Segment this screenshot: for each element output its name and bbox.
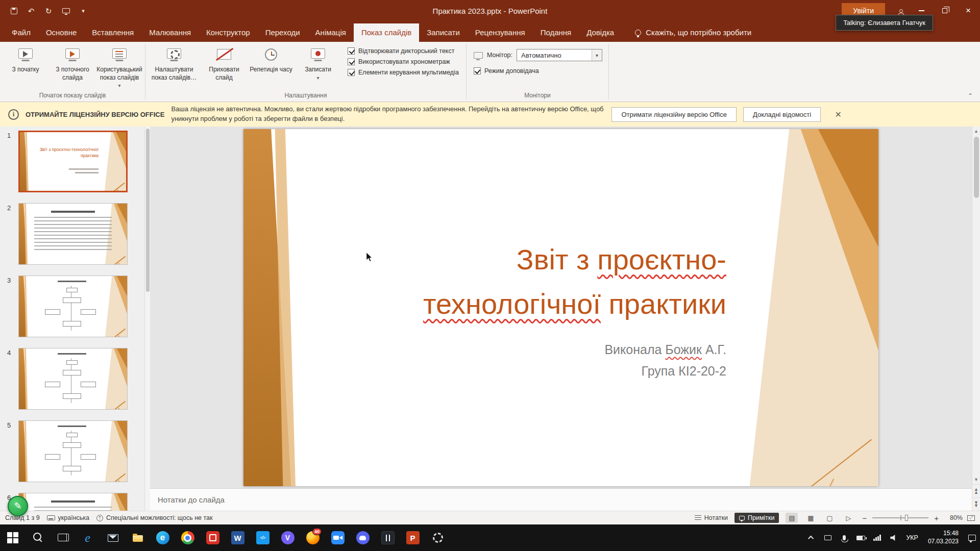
reading-view-icon[interactable]: ▢: [823, 513, 836, 523]
slideshow-view-icon[interactable]: ▷: [842, 513, 854, 523]
learn-more-button[interactable]: Докладні відомості: [743, 107, 821, 122]
checkbox-play-narrations[interactable]: Відтворювати дикторський текст: [348, 47, 459, 55]
restore-button[interactable]: [933, 0, 957, 21]
taskbar-app[interactable]: e: [75, 524, 100, 551]
tab-slideshow[interactable]: Показ слайдів: [354, 23, 419, 42]
zoom-in-icon[interactable]: +: [933, 514, 940, 522]
tab-draw[interactable]: Малювання: [141, 23, 199, 42]
volume-icon[interactable]: [885, 524, 901, 551]
display-icon[interactable]: [820, 524, 836, 551]
slide-scrollbar[interactable]: ▲ ▼ ▲▲ ▼▼: [972, 127, 980, 511]
tab-record[interactable]: Записати: [419, 23, 468, 42]
undo-icon[interactable]: ↶: [27, 6, 36, 15]
taskbar-app[interactable]: 40: [300, 524, 325, 551]
slide-thumbnail[interactable]: 1 Звіт з проєктно-технологічної практики: [4, 131, 144, 192]
taskbar-app[interactable]: W: [225, 524, 250, 551]
tab-view[interactable]: Подання: [533, 23, 579, 42]
thumbnail-scrollbar[interactable]: [145, 127, 150, 511]
tab-animations[interactable]: Анімація: [308, 23, 354, 42]
slide-thumbnail[interactable]: 5: [4, 420, 144, 482]
slide-area: Звіт з проєктно-технологічної практики В…: [150, 127, 972, 488]
taskbar-app[interactable]: e: [150, 524, 175, 551]
fit-to-window-icon[interactable]: ⤢: [967, 515, 975, 521]
comments-toggle-button[interactable]: Примітки: [734, 513, 779, 523]
slide-thumbnail[interactable]: 4: [4, 348, 144, 410]
start-slideshow-icon[interactable]: [61, 6, 70, 15]
normal-view-icon[interactable]: ▤: [786, 513, 798, 523]
taskbar-app[interactable]: [175, 524, 200, 551]
slide-sorter-icon[interactable]: ▦: [804, 513, 817, 523]
accessibility-checker[interactable]: Спеціальні можливості: щось не так: [96, 514, 212, 521]
taskbar-app[interactable]: [200, 524, 225, 551]
taskbar-app[interactable]: [50, 524, 75, 551]
taskbar-app[interactable]: [350, 524, 375, 551]
tab-transitions[interactable]: Переходи: [258, 23, 308, 42]
hide-slide-button[interactable]: Приховати слайд: [201, 43, 248, 83]
taskbar-app[interactable]: [425, 524, 450, 551]
from-beginning-button[interactable]: З початку: [2, 43, 49, 76]
monitor-dropdown[interactable]: Автоматично ▾: [517, 49, 602, 61]
tab-design[interactable]: Конструктор: [199, 23, 258, 42]
redo-icon[interactable]: ↻: [44, 6, 53, 15]
zoom-level[interactable]: 80%: [944, 514, 963, 521]
close-warning-icon[interactable]: ✕: [830, 110, 846, 119]
save-icon[interactable]: [9, 6, 18, 15]
tab-help[interactable]: Довідка: [579, 23, 622, 42]
annotation-pen-button[interactable]: ✎: [8, 496, 28, 516]
language-selector[interactable]: українська: [47, 514, 89, 521]
previous-slide-button[interactable]: ▲▲: [972, 484, 980, 497]
scroll-down-icon[interactable]: ▼: [972, 475, 980, 484]
slide-thumbnail[interactable]: 3: [4, 276, 144, 337]
custom-slideshow-button[interactable]: Користувацький показ слайдів: [96, 43, 143, 90]
taskbar-app[interactable]: [125, 524, 150, 551]
close-button[interactable]: ×: [957, 0, 980, 21]
chevron-down-icon[interactable]: ▾: [592, 49, 602, 61]
taskbar-app[interactable]: [25, 524, 50, 551]
setup-slideshow-button[interactable]: Налаштувати показ слайдів…: [148, 43, 201, 83]
scrollbar-thumb[interactable]: [974, 137, 979, 198]
get-genuine-office-button[interactable]: Отримати ліцензійну версію Office: [611, 107, 737, 122]
customize-qat-icon[interactable]: ▾: [79, 6, 88, 15]
checkbox-presenter-view[interactable]: Режим доповідача: [474, 67, 539, 74]
ribbon: З початку З поточного слайда Користуваць…: [0, 42, 980, 102]
taskbar-app[interactable]: V: [275, 524, 300, 551]
microphone-icon[interactable]: [836, 524, 852, 551]
network-icon[interactable]: [869, 524, 885, 551]
next-slide-button[interactable]: ▼▼: [972, 497, 980, 511]
clock[interactable]: 15:48 07.03.2023: [923, 524, 964, 551]
slide-thumbnail[interactable]: 2: [4, 203, 144, 265]
zoom-out-icon[interactable]: −: [861, 514, 868, 522]
tab-insert[interactable]: Вставлення: [84, 23, 141, 42]
taskbar-app[interactable]: [325, 524, 350, 551]
collapse-ribbon-icon[interactable]: ⌃: [968, 92, 973, 99]
status-bar: Слайд 1 з 9 українська Спеціальні можлив…: [0, 511, 980, 524]
battery-icon[interactable]: [852, 524, 869, 551]
taskbar-app[interactable]: [375, 524, 400, 551]
notes-pane[interactable]: Нотатки до слайда: [150, 488, 972, 511]
notes-toggle-button[interactable]: Нотатки: [695, 514, 728, 521]
monitor-list-icon: [110, 47, 129, 63]
slide-subtitle[interactable]: Виконала Божик А.Г.Група КІ2-20-2: [423, 339, 726, 382]
taskbar-app[interactable]: P: [400, 524, 425, 551]
input-language[interactable]: УКР: [901, 524, 923, 551]
rehearse-timings-button[interactable]: Репетиція часу: [248, 43, 295, 76]
taskbar-app[interactable]: [0, 524, 25, 551]
tab-review[interactable]: Рецензування: [468, 23, 533, 42]
tell-me-box[interactable]: Скажіть, що потрібно зробити: [635, 28, 751, 42]
tab-file[interactable]: Файл: [4, 23, 38, 42]
taskbar-app[interactable]: [100, 524, 125, 551]
checkbox-show-media-controls[interactable]: Елементи керування мультимедіа: [348, 69, 459, 76]
action-center-icon[interactable]: [964, 524, 980, 551]
checkbox-use-timings[interactable]: Використовувати хронометраж: [348, 58, 459, 65]
hidden-icons-chevron[interactable]: [803, 524, 820, 551]
slide-title[interactable]: Звіт з проєктно-технологічної практики: [423, 238, 726, 327]
slide-canvas[interactable]: Звіт з проєктно-технологічної практики В…: [243, 129, 878, 486]
tab-home[interactable]: Основне: [38, 23, 84, 42]
scroll-up-icon[interactable]: ▲: [972, 127, 980, 136]
from-current-slide-button[interactable]: З поточного слайда: [49, 43, 96, 83]
checkbox-checked-icon: [348, 47, 355, 55]
record-slideshow-button[interactable]: Записати: [295, 43, 341, 83]
taskbar-app[interactable]: </>: [250, 524, 275, 551]
zoom-slider[interactable]: [872, 517, 928, 518]
zoom-slider-thumb[interactable]: [905, 515, 908, 521]
